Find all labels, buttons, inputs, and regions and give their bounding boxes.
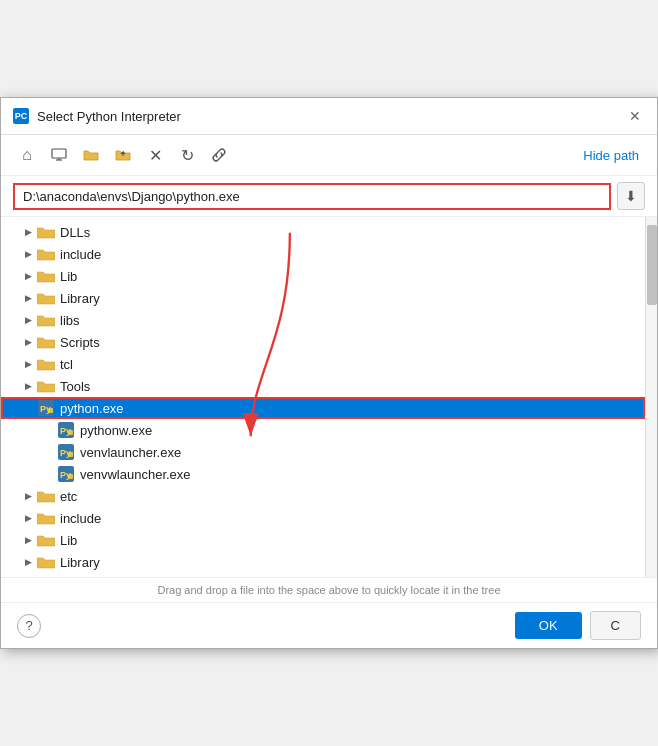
tree-arrow-python_exe xyxy=(21,401,35,415)
tree-arrow-library: ▶ xyxy=(21,291,35,305)
svg-rect-15 xyxy=(68,474,73,479)
path-bar: ⬇ xyxy=(1,176,657,217)
exe-icon: Py xyxy=(57,422,75,438)
tree-item-label: Lib xyxy=(60,533,77,548)
tree-arrow-etc: ▶ xyxy=(21,489,35,503)
help-button[interactable]: ? xyxy=(17,614,41,638)
tree-arrow-scripts: ▶ xyxy=(21,335,35,349)
scrollbar[interactable] xyxy=(645,217,657,577)
tree-item-library[interactable]: ▶ Library xyxy=(1,287,645,309)
folder-icon xyxy=(37,533,55,547)
link-icon xyxy=(211,147,227,163)
tree-arrow-lib2: ▶ xyxy=(21,533,35,547)
tree-item-library2[interactable]: ▶ Library xyxy=(1,551,645,573)
tree-item-label: etc xyxy=(60,489,77,504)
tree-arrow-include: ▶ xyxy=(21,247,35,261)
app-icon: PC xyxy=(13,108,29,124)
tree-item-venvlauncher_exe[interactable]: Py venvlauncher.exe xyxy=(1,441,645,463)
tree-item-include2[interactable]: ▶ include xyxy=(1,507,645,529)
tree-item-python_exe[interactable]: Py python.exe xyxy=(1,397,645,419)
hint-bar: Drag and drop a file into the space abov… xyxy=(1,577,657,602)
folder-root-icon xyxy=(83,148,99,162)
folder-up-icon xyxy=(115,148,131,162)
folder-icon xyxy=(37,357,55,371)
tree-arrow-venvlauncher_exe xyxy=(41,445,55,459)
tree-item-dlls[interactable]: ▶ DLLs xyxy=(1,221,645,243)
folder-icon xyxy=(37,247,55,261)
select-python-interpreter-dialog: PC Select Python Interpreter ✕ ⌂ ✕ xyxy=(0,97,658,649)
tree-item-label: Lib xyxy=(60,269,77,284)
scrollbar-thumb xyxy=(647,225,657,305)
tree-item-label: DLLs xyxy=(60,225,90,240)
tree-item-libs[interactable]: ▶ libs xyxy=(1,309,645,331)
folder-icon xyxy=(37,225,55,239)
cancel-button[interactable]: C xyxy=(590,611,641,640)
monitor-button[interactable] xyxy=(45,141,73,169)
refresh-button[interactable]: ↻ xyxy=(173,141,201,169)
tree-item-label: Library xyxy=(60,555,100,570)
home-button[interactable]: ⌂ xyxy=(13,141,41,169)
tree-item-lib2[interactable]: ▶ Lib xyxy=(1,529,645,551)
tree-item-label: include xyxy=(60,511,101,526)
tree-arrow-libs: ▶ xyxy=(21,313,35,327)
hint-text: Drag and drop a file into the space abov… xyxy=(157,584,500,596)
tree-item-label: venvlauncher.exe xyxy=(80,445,181,460)
svg-rect-9 xyxy=(68,430,73,435)
folder-root-button[interactable] xyxy=(77,141,105,169)
tree-item-venvwlauncher_exe[interactable]: Py venvwlauncher.exe xyxy=(1,463,645,485)
monitor-icon xyxy=(51,147,67,163)
tree-arrow-pythonw_exe xyxy=(41,423,55,437)
tree-item-label: pythonw.exe xyxy=(80,423,152,438)
folder-icon xyxy=(37,511,55,525)
tree-item-label: Tools xyxy=(60,379,90,394)
tree-item-label: libs xyxy=(60,313,80,328)
tree-item-label: Library xyxy=(60,291,100,306)
link-button[interactable] xyxy=(205,141,233,169)
tree-item-label: tcl xyxy=(60,357,73,372)
ok-button[interactable]: OK xyxy=(515,612,582,639)
exe-icon: Py xyxy=(37,400,55,416)
title-bar: PC Select Python Interpreter ✕ xyxy=(1,98,657,135)
svg-rect-0 xyxy=(52,149,66,158)
download-button[interactable]: ⬇ xyxy=(617,182,645,210)
exe-icon: Py xyxy=(57,466,75,482)
tree-arrow-tools: ▶ xyxy=(21,379,35,393)
bottom-bar: ? OK C xyxy=(1,602,657,648)
folder-icon xyxy=(37,269,55,283)
folder-icon xyxy=(37,313,55,327)
tree-item-label: Scripts xyxy=(60,335,100,350)
dialog-title: Select Python Interpreter xyxy=(37,109,617,124)
folder-icon xyxy=(37,291,55,305)
file-tree-container: ▶ DLLs▶ include▶ Lib▶ Library▶ libs▶ Scr… xyxy=(1,217,657,577)
folder-up-button[interactable] xyxy=(109,141,137,169)
file-tree: ▶ DLLs▶ include▶ Lib▶ Library▶ libs▶ Scr… xyxy=(1,217,645,577)
svg-rect-6 xyxy=(48,408,53,413)
tree-arrow-library2: ▶ xyxy=(21,555,35,569)
svg-rect-12 xyxy=(68,452,73,457)
close-button[interactable]: ✕ xyxy=(625,106,645,126)
tree-item-pythonw_exe[interactable]: Py pythonw.exe xyxy=(1,419,645,441)
tree-item-scripts[interactable]: ▶ Scripts xyxy=(1,331,645,353)
tree-arrow-dlls: ▶ xyxy=(21,225,35,239)
tree-item-tools[interactable]: ▶ Tools xyxy=(1,375,645,397)
tree-arrow-include2: ▶ xyxy=(21,511,35,525)
toolbar: ⌂ ✕ ↻ Hide xyxy=(1,135,657,176)
tree-arrow-venvwlauncher_exe xyxy=(41,467,55,481)
hide-path-button[interactable]: Hide path xyxy=(577,144,645,167)
tree-arrow-tcl: ▶ xyxy=(21,357,35,371)
exe-icon: Py xyxy=(57,444,75,460)
tree-item-lib[interactable]: ▶ Lib xyxy=(1,265,645,287)
tree-item-tcl[interactable]: ▶ tcl xyxy=(1,353,645,375)
tree-item-label: venvwlauncher.exe xyxy=(80,467,191,482)
tree-item-include[interactable]: ▶ include xyxy=(1,243,645,265)
folder-icon xyxy=(37,379,55,393)
path-input[interactable] xyxy=(13,183,611,210)
delete-button[interactable]: ✕ xyxy=(141,141,169,169)
folder-icon xyxy=(37,489,55,503)
folder-icon xyxy=(37,555,55,569)
tree-item-label: python.exe xyxy=(60,401,124,416)
tree-arrow-lib: ▶ xyxy=(21,269,35,283)
folder-icon xyxy=(37,335,55,349)
tree-item-label: include xyxy=(60,247,101,262)
tree-item-etc[interactable]: ▶ etc xyxy=(1,485,645,507)
